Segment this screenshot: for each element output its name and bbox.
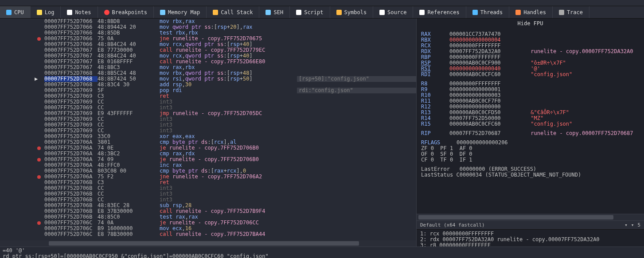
register-rdi[interactable]: RDI000000AB0C0CFC60 "config.json" xyxy=(421,71,640,77)
register-r10[interactable]: R100000000000000003 xyxy=(421,92,640,98)
info-bar: =40 '@' rd ptr ss:[rsp+50]=[000000AB0C0C… xyxy=(0,246,644,258)
tab-notes[interactable]: Notes xyxy=(61,6,98,18)
bytes: C3 xyxy=(98,93,160,99)
instruction: int3 xyxy=(160,99,297,105)
bytes: CC xyxy=(98,122,160,128)
register-r15[interactable]: R15000000AB0C0CFC60 "config.json" xyxy=(421,121,640,127)
calling-convention[interactable]: Default (x64 fastcall) xyxy=(420,222,621,228)
bytes: CC xyxy=(98,191,160,197)
instruction: int3 xyxy=(160,116,297,122)
tab-source[interactable]: Source xyxy=(373,6,413,18)
info-line-1: =40 '@' xyxy=(3,247,641,253)
hnd-icon xyxy=(515,10,521,15)
disasm-row[interactable]: 00007FF752D706CE8 78B30000call runelite … xyxy=(0,231,416,237)
param-row[interactable]: 1: rcx 00000000FFFFFFFF xyxy=(420,231,640,236)
bytes: 5F xyxy=(98,88,160,93)
register-r11[interactable]: R11000000AB0C0CF7F0 xyxy=(421,98,640,104)
register-rsi[interactable]: RSI0000000000000040 '@' xyxy=(421,65,640,71)
params-view[interactable]: Default (x64 fastcall) ▾ ▾ 5 1: rcx 0000… xyxy=(417,220,644,246)
instruction: int3 xyxy=(160,185,297,191)
address: 00007FF752D706C xyxy=(44,231,98,237)
register-r12[interactable]: R120000000000000000 xyxy=(421,104,640,109)
bytes: E8 78B30000 xyxy=(98,231,160,237)
horizontal-scrollbar[interactable] xyxy=(0,240,416,246)
trc-icon xyxy=(559,10,564,15)
param-row[interactable]: 2: rdx 00007FF752DA32A0 runelite - copy.… xyxy=(420,236,640,242)
register-rcx[interactable]: RCX00000000FFFFFFFF xyxy=(421,42,640,48)
register-r13[interactable]: R13000000AB0C0CFD50 &"€âÔR÷\x7F" xyxy=(421,109,640,115)
register-rdx[interactable]: RDX00007FF752DA32A0 runelite - copy.0000… xyxy=(421,48,640,54)
tab-call-stack[interactable]: Call Stack xyxy=(207,6,259,18)
tab-threads[interactable]: Threads xyxy=(466,6,510,18)
instruction: jmp runelite - copy.7FF752D705DC xyxy=(160,111,297,116)
breakpoint-dot xyxy=(37,146,41,150)
ref-icon xyxy=(419,10,425,15)
notes-icon xyxy=(67,10,72,15)
tab-bar: CPULogNotesBreakpointsMemory MapCall Sta… xyxy=(0,6,644,19)
cpu-icon xyxy=(6,10,12,15)
unlock-icon[interactable]: ▾ xyxy=(631,222,634,228)
disassembly-view[interactable]: 00007FF752D706648:8BD8mov rbx,rax00007FF… xyxy=(0,19,416,240)
dropdown-icon[interactable]: ▾ xyxy=(624,222,628,228)
log-icon xyxy=(37,10,42,15)
register-r9[interactable]: R90000000000000001 xyxy=(421,86,640,92)
instruction: jne runelite - copy.7FF752D706A2 xyxy=(160,174,297,180)
toolbar xyxy=(0,0,644,6)
cs-icon xyxy=(213,10,218,15)
flags-line: CF 0 TF 0 IF 1 xyxy=(421,157,640,162)
register-rax[interactable]: RAX000001CC737A7470 xyxy=(421,31,640,37)
script-icon xyxy=(296,10,301,15)
sym-icon xyxy=(336,10,342,15)
last-status: LastStatus C0000034 (STATUS_OBJECT_NAME_… xyxy=(421,172,640,177)
comment: rdi:"config.json" xyxy=(297,88,416,93)
bytes: CC xyxy=(98,185,160,191)
rflags: RFLAGS0000000000000206 xyxy=(421,139,640,145)
register-r8[interactable]: R800000000FFFFFFFF xyxy=(421,81,640,86)
instruction: call runelite - copy.7FF752D7BA44 xyxy=(160,231,297,237)
tab-script[interactable]: Script xyxy=(290,6,330,18)
thr-icon xyxy=(472,10,478,15)
bytes: 75 F2 xyxy=(98,174,160,180)
param-row[interactable]: 3: r8 00000000FFFFFFFF xyxy=(420,242,640,246)
tab-breakpoints[interactable]: Breakpoints xyxy=(98,6,154,18)
bytes: E9 43FFFFFF xyxy=(98,111,160,116)
eip-arrow-icon: ▶ xyxy=(35,76,38,82)
register-rbp[interactable]: RBP00000000FFFFFFFF xyxy=(421,54,640,60)
regs-scrollbar[interactable] xyxy=(417,214,644,220)
register-rsp[interactable]: RSP000000AB0C0CF900 "ô±ØR÷\x7F" xyxy=(421,60,640,65)
register-rbx[interactable]: RBX0000000000000004 xyxy=(421,37,640,42)
hide-fpu-link[interactable]: Hide FPU xyxy=(417,19,644,28)
breakpoint-dot xyxy=(37,158,41,162)
flags-line: ZF 0 PF 1 AF 0 xyxy=(421,145,640,151)
instruction: pop rdi xyxy=(160,88,297,93)
param-count[interactable]: 5 xyxy=(637,222,640,228)
seh-icon xyxy=(265,10,271,15)
tab-trace[interactable]: Trace xyxy=(553,6,589,18)
tab-memory-map[interactable]: Memory Map xyxy=(154,6,207,18)
breakpoint-dot xyxy=(37,37,41,41)
bp-icon xyxy=(104,10,109,15)
src-icon xyxy=(379,10,385,15)
instruction: ret xyxy=(160,180,297,185)
registers-view[interactable]: RAX000001CC737A7470RBX0000000000000004RC… xyxy=(417,28,644,214)
breakpoint-dot xyxy=(37,221,41,225)
tab-cpu[interactable]: CPU xyxy=(0,6,31,18)
instruction: ret xyxy=(160,93,297,99)
register-r14[interactable]: R1400007FF752D50000 "MZ" xyxy=(421,115,640,121)
last-error: LastError 00000000 (ERROR_SUCCESS) xyxy=(421,166,640,172)
tab-seh[interactable]: SEH xyxy=(259,6,290,18)
bytes: CC xyxy=(98,116,160,122)
tab-handles[interactable]: Handles xyxy=(509,6,553,18)
tab-log[interactable]: Log xyxy=(31,6,61,18)
mm-icon xyxy=(160,10,165,15)
tab-symbols[interactable]: Symbols xyxy=(330,6,374,18)
flags-line: OF 0 SF 0 DF 0 xyxy=(421,151,640,157)
instruction: int3 xyxy=(160,122,297,128)
register-rip[interactable]: RIP00007FF752D70687 runelite - copy.0000… xyxy=(421,130,640,136)
bytes: C3 xyxy=(98,180,160,185)
bytes: 48:83C4 30 xyxy=(98,82,160,88)
breakpoint-dot xyxy=(37,175,41,179)
info-line-2: rd ptr ss:[rsp+50]=[000000AB0C0CF950 &"c… xyxy=(3,253,641,258)
comment: [rsp+50]:"config.json" xyxy=(297,76,416,82)
tab-references[interactable]: References xyxy=(413,6,466,18)
